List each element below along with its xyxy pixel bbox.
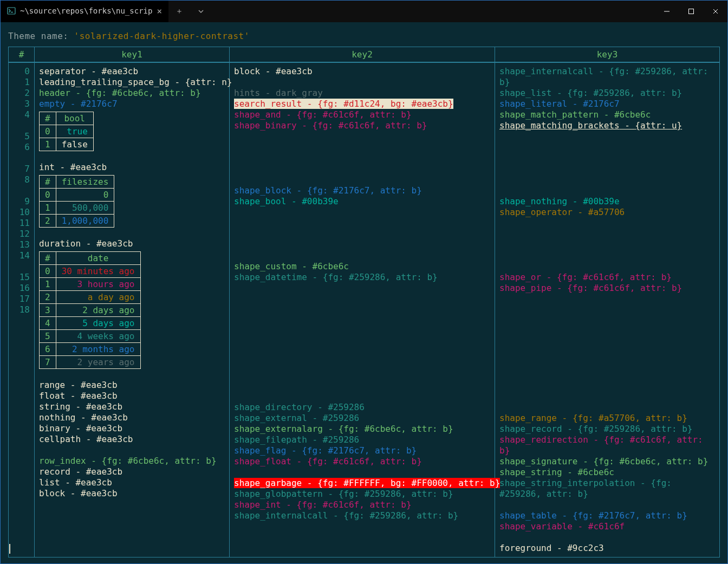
theme-entry: shape_flag - {fg: #2176c7, attr: b} bbox=[234, 445, 490, 456]
key2-column: block - #eae3cb hints - dark_graysearch_… bbox=[230, 62, 495, 557]
theme-entry: shape_and - {fg: #c61c6f, attr: b} bbox=[234, 109, 490, 120]
svg-rect-3 bbox=[688, 9, 693, 14]
key1-column: separator - #eae3cbleading_trailing_spac… bbox=[35, 62, 230, 557]
tab-active[interactable]: ~\source\repos\forks\nu_scrip × bbox=[1, 1, 168, 22]
theme-entry: duration - #eae3cb bbox=[39, 238, 225, 249]
theme-entry: shape_int - {fg: #c61c6f, attr: b} bbox=[234, 500, 490, 510]
theme-entry: shape_or - {fg: #c61c6f, attr: b} bbox=[499, 272, 715, 283]
theme-entry: shape_variable - #c61c6f bbox=[499, 521, 715, 532]
theme-entry: shape_table - {fg: #2176c7, attr: b} bbox=[499, 510, 715, 521]
col-head-num: # bbox=[9, 47, 35, 63]
theme-entry: shape_float - {fg: #c61c6f, attr: b} bbox=[234, 456, 490, 467]
theme-entry: shape_custom - #6cbe6c bbox=[234, 261, 490, 272]
theme-entry: record - #eae3cb bbox=[39, 466, 225, 477]
theme-entry: shape_directory - #259286 bbox=[234, 402, 490, 413]
theme-entry: shape_redirection - {fg: #c61c6f, attr: … bbox=[499, 435, 715, 456]
inner-table-date: #date030 minutes ago13 hours ago2a day a… bbox=[39, 251, 141, 369]
theme-entry: shape_literal - #2176c7 bbox=[499, 99, 715, 109]
theme-entry: shape_filepath - #259286 bbox=[234, 435, 490, 445]
svg-rect-0 bbox=[8, 8, 15, 14]
terminal-body[interactable]: Theme name: 'solarized-dark-higher-contr… bbox=[1, 22, 727, 563]
theme-entry: shape_binary - {fg: #c61c6f, attr: b} bbox=[234, 120, 490, 131]
theme-entry: shape_globpattern - {fg: #259286, attr: … bbox=[234, 489, 490, 500]
theme-entry: shape_externalarg - {fg: #6cbe6c, attr: … bbox=[234, 424, 490, 435]
tab-dropdown[interactable] bbox=[190, 1, 212, 22]
row-numbers: 01234 56 78 91011121314 15161718 bbox=[9, 62, 35, 557]
theme-entry: empty - #2176c7 bbox=[39, 99, 225, 109]
inner-table-bool: #bool0true1false bbox=[39, 112, 94, 151]
theme-entry: shape_external - #259286 bbox=[234, 413, 490, 424]
col-head-key3: key3 bbox=[495, 47, 720, 63]
window-minimize[interactable] bbox=[654, 1, 679, 22]
key3-column: shape_internalcall - {fg: #259286, attr:… bbox=[495, 62, 720, 557]
theme-entry: hints - dark_gray bbox=[234, 88, 490, 99]
cursor bbox=[9, 544, 10, 554]
theme-entry: shape_block - {fg: #2176c7, attr: b} bbox=[234, 185, 490, 196]
theme-entry: binary - #eae3cb bbox=[39, 423, 225, 434]
col-head-key1: key1 bbox=[35, 47, 230, 63]
theme-entry: float - #eae3cb bbox=[39, 391, 225, 401]
theme-entry: separator - #eae3cb bbox=[39, 66, 225, 77]
window-maximize[interactable] bbox=[679, 1, 703, 22]
inner-table-filesizes: #filesizes001500,00021,000,000 bbox=[39, 175, 114, 228]
theme-entry: shape_garbage - {fg: #FFFFFF, bg: #FF000… bbox=[234, 478, 490, 489]
titlebar: ~\source\repos\forks\nu_scrip × ＋ bbox=[1, 1, 727, 22]
tab-title: ~\source\repos\forks\nu_scrip bbox=[20, 7, 152, 15]
theme-entry: list - #eae3cb bbox=[39, 477, 225, 488]
theme-entry: shape_nothing - #00b39e bbox=[499, 196, 715, 207]
theme-entry: shape_internalcall - {fg: #259286, attr:… bbox=[234, 510, 490, 521]
theme-entry: cellpath - #eae3cb bbox=[39, 434, 225, 445]
theme-entry: search_result - {fg: #d11c24, bg: #eae3c… bbox=[234, 99, 490, 109]
theme-entry: shape_internalcall - {fg: #259286, attr:… bbox=[499, 66, 715, 88]
theme-entry: leading_trailing_space_bg - {attr: n} bbox=[39, 77, 225, 88]
theme-entry: shape_bool - #00b39e bbox=[234, 196, 490, 207]
theme-entry: shape_string - #6cbe6c bbox=[499, 467, 715, 478]
theme-entry: shape_matching_brackets - {attr: u} bbox=[499, 120, 715, 131]
col-head-key2: key2 bbox=[230, 47, 495, 63]
theme-entry: block - #eae3cb bbox=[234, 66, 490, 77]
terminal-icon bbox=[7, 7, 16, 15]
theme-entry: range - #eae3cb bbox=[39, 380, 225, 391]
theme-entry: shape_datetime - {fg: #259286, attr: b} bbox=[234, 272, 490, 283]
theme-entry: row_index - {fg: #6cbe6c, attr: b} bbox=[39, 456, 225, 466]
theme-entry: shape_list - {fg: #259286, attr: b} bbox=[499, 88, 715, 99]
new-tab-button[interactable]: ＋ bbox=[168, 1, 190, 22]
theme-name-line: Theme name: 'solarized-dark-higher-contr… bbox=[8, 31, 720, 41]
window-close[interactable] bbox=[703, 1, 727, 22]
theme-entry: shape_record - {fg: #259286, attr: b} bbox=[499, 424, 715, 435]
theme-entry: int - #eae3cb bbox=[39, 162, 225, 173]
close-icon[interactable]: × bbox=[157, 6, 162, 16]
theme-entry: string - #eae3cb bbox=[39, 401, 225, 412]
theme-table: # key1 key2 key3 01234 56 78 91011121314… bbox=[8, 47, 720, 557]
theme-entry: block - #eae3cb bbox=[39, 488, 225, 499]
theme-entry: shape_pipe - {fg: #c61c6f, attr: b} bbox=[499, 283, 715, 294]
theme-entry: foreground - #9cc2c3 bbox=[499, 543, 715, 554]
theme-entry: header - {fg: #6cbe6c, attr: b} bbox=[39, 88, 225, 99]
theme-entry: shape_signature - {fg: #6cbe6c, attr: b} bbox=[499, 456, 715, 467]
theme-entry: shape_operator - #a57706 bbox=[499, 207, 715, 218]
theme-entry: shape_match_pattern - #6cbe6c bbox=[499, 109, 715, 120]
theme-entry: shape_string_interpolation - {fg: #25928… bbox=[499, 478, 715, 500]
theme-entry: nothing - #eae3cb bbox=[39, 412, 225, 423]
theme-entry: shape_range - {fg: #a57706, attr: b} bbox=[499, 413, 715, 424]
